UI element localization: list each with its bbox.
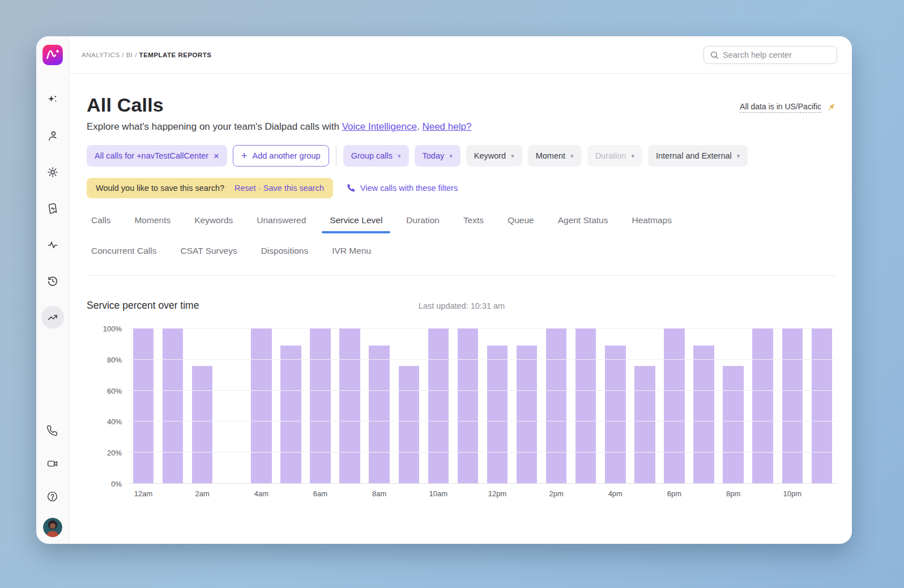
- main-area: ANALYTICS / BI / TEMPLATE REPORTS All Ca…: [69, 36, 852, 544]
- bar-8pm[interactable]: [723, 366, 743, 484]
- bar-slot-2pm: [541, 329, 571, 484]
- search-input[interactable]: [723, 50, 831, 59]
- tab-concurrent-calls[interactable]: Concurrent Calls: [91, 246, 156, 263]
- sidebar: [36, 36, 69, 544]
- filter-chip-duration: Duration▾: [587, 145, 642, 167]
- dialpad-ai-logo[interactable]: [42, 44, 63, 66]
- x-tick-label: 8am: [365, 489, 394, 498]
- tab-calls[interactable]: Calls: [91, 215, 110, 232]
- bar-7pm[interactable]: [693, 346, 714, 484]
- tab-queue[interactable]: Queue: [508, 215, 534, 232]
- tab-heatmaps[interactable]: Heatmaps: [632, 215, 672, 232]
- bar-8am[interactable]: [369, 346, 389, 484]
- y-tick-label: 80%: [107, 355, 122, 364]
- video-icon[interactable]: [41, 452, 64, 475]
- voice-intelligence-link[interactable]: Voice Intelligence: [342, 121, 417, 132]
- save-search-button[interactable]: Save this search: [263, 184, 324, 193]
- tab-duration[interactable]: Duration: [406, 215, 440, 232]
- reset-button[interactable]: Reset: [234, 184, 256, 193]
- filter-chip-keyword[interactable]: Keyword▾: [466, 145, 522, 167]
- bar-1am[interactable]: [163, 329, 183, 484]
- help-search[interactable]: [703, 46, 837, 64]
- pulse-icon[interactable]: [41, 233, 64, 256]
- help-icon[interactable]: [41, 485, 64, 508]
- ai-library-icon[interactable]: [41, 197, 64, 220]
- y-tick-label: 60%: [107, 386, 122, 395]
- breadcrumb-path[interactable]: ANALYTICS / BI /: [82, 52, 137, 58]
- bar-slot-10pm: [778, 329, 807, 484]
- tab-agent-status[interactable]: Agent Status: [558, 215, 608, 232]
- bar-6pm[interactable]: [664, 329, 684, 484]
- subtitle-text: Explore what's happening on your team's …: [87, 121, 342, 132]
- timezone-text[interactable]: All data is in US/Pacific: [740, 102, 821, 113]
- breadcrumb-current: TEMPLATE REPORTS: [139, 52, 212, 58]
- tab-unanswered[interactable]: Unanswered: [257, 215, 306, 232]
- history-icon[interactable]: [41, 270, 64, 292]
- filter-chip-today[interactable]: Today▾: [415, 145, 460, 167]
- x-tick-label: 4pm: [600, 489, 630, 498]
- x-tick-label: [453, 489, 483, 498]
- trending-up-icon[interactable]: [41, 306, 64, 329]
- bar-11pm[interactable]: [812, 329, 832, 484]
- bar-12am[interactable]: [133, 329, 153, 484]
- x-tick-label: 10pm: [778, 489, 807, 498]
- tab-service-level[interactable]: Service Level: [330, 215, 382, 232]
- y-tick-label: 40%: [107, 417, 122, 426]
- bar-2pm[interactable]: [546, 329, 566, 484]
- bar-10pm[interactable]: [782, 329, 803, 484]
- x-tick-label: [335, 489, 365, 498]
- last-updated: Last updated: 10:31 am: [87, 301, 837, 310]
- avatar[interactable]: [43, 518, 62, 537]
- bar-5am[interactable]: [280, 346, 301, 484]
- chevron-down-icon: ▾: [398, 153, 401, 159]
- tab-dispositions[interactable]: Dispositions: [261, 246, 309, 263]
- tab-ivr-menu[interactable]: IVR Menu: [332, 246, 371, 263]
- bar-4am[interactable]: [251, 329, 271, 484]
- bar-3pm[interactable]: [575, 329, 596, 484]
- x-tick-label: 12pm: [483, 489, 512, 498]
- add-group-button[interactable]: + Add another group: [233, 145, 329, 167]
- sparkles-icon[interactable]: [41, 88, 64, 111]
- tab-moments[interactable]: Moments: [134, 215, 170, 232]
- bar-4pm[interactable]: [605, 346, 625, 484]
- bar-7am[interactable]: [339, 329, 360, 484]
- remove-group-icon[interactable]: ×: [214, 151, 219, 161]
- user-icon[interactable]: [41, 125, 64, 147]
- filter-chip-internal-and-external[interactable]: Internal and External▾: [648, 145, 748, 167]
- bar-2am[interactable]: [192, 366, 212, 484]
- filter-chip-group-calls[interactable]: Group calls▾: [343, 145, 409, 167]
- view-calls-link[interactable]: View calls with these filters: [347, 184, 458, 193]
- topbar: ANALYTICS / BI / TEMPLATE REPORTS: [69, 36, 852, 74]
- chevron-down-icon: ▾: [511, 153, 514, 159]
- bar-10am[interactable]: [428, 329, 449, 484]
- tab-texts[interactable]: Texts: [463, 215, 484, 232]
- x-axis-labels: 12am2am4am6am8am10am12pm2pm4pm6pm8pm10pm: [129, 489, 837, 498]
- bar-slot-3pm: [571, 329, 600, 484]
- service-percent-chart: 0%20%40%60%80%100% 12am2am4am6am8am10am1…: [87, 329, 837, 498]
- bar-6am[interactable]: [310, 329, 330, 484]
- bar-5pm[interactable]: [634, 366, 655, 484]
- need-help-link[interactable]: Need help?: [422, 121, 471, 132]
- bar-1pm[interactable]: [517, 346, 537, 484]
- x-tick-label: 10am: [424, 489, 453, 498]
- bar-9pm[interactable]: [752, 329, 773, 484]
- bar-11am[interactable]: [458, 329, 478, 484]
- page-subtitle: Explore what's happening on your team's …: [87, 121, 837, 133]
- group-filter-chip[interactable]: All calls for +navTestCallCenter ×: [87, 145, 227, 167]
- filter-chip-moment[interactable]: Moment▾: [528, 145, 582, 167]
- phone-icon[interactable]: [41, 419, 64, 442]
- bar-slot-3am: [217, 329, 246, 484]
- x-tick-label: [571, 489, 600, 498]
- bar-slot-9pm: [748, 329, 778, 484]
- filter-chip-label: Internal and External: [656, 151, 732, 160]
- chart-header: Service percent over time Last updated: …: [87, 300, 837, 312]
- bar-plot: [129, 329, 837, 484]
- tab-keywords[interactable]: Keywords: [194, 215, 233, 232]
- section-divider: [87, 275, 837, 276]
- tab-csat-surveys[interactable]: CSAT Surveys: [180, 246, 237, 263]
- y-axis: 0%20%40%60%80%100%: [87, 329, 129, 484]
- gear-icon[interactable]: [41, 161, 64, 184]
- bar-12pm[interactable]: [487, 346, 508, 484]
- bar-slot-2am: [187, 329, 217, 484]
- bar-9am[interactable]: [399, 366, 419, 484]
